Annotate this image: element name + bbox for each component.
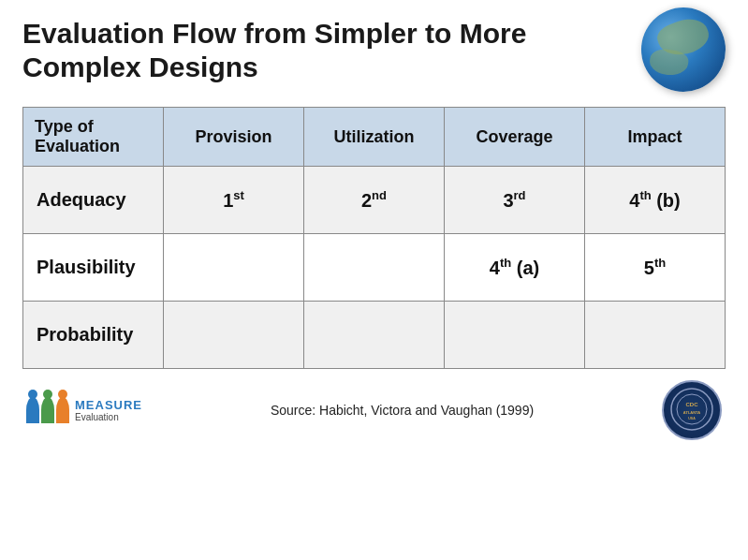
row-2-impact [585,302,726,369]
globe-graphic [641,7,726,92]
evaluation-table-wrapper: Type of Evaluation Provision Utilization… [22,107,726,369]
cdc-logo-inner: CDC ATLANTA USA [668,386,715,435]
measure-logo-text: MEASURE Evaluation [75,398,142,422]
row-1-utilization [304,234,445,302]
row-2-coverage [445,302,585,369]
col-header-provision: Provision [164,108,304,167]
col-header-coverage: Coverage [445,108,585,167]
measure-figures [26,397,69,423]
figure-3 [56,397,69,423]
svg-text:ATLANTA: ATLANTA [683,410,700,415]
row-0-impact: 4th (b) [585,167,726,234]
figure-2 [41,397,54,423]
cdc-emblem-icon: CDC ATLANTA USA [668,386,715,433]
table-row: Plausibility 4th (a) 5th [23,234,726,302]
slide-title: Evaluation Flow from Simpler to More Com… [22,17,603,84]
svg-text:CDC: CDC [686,402,699,407]
slide: Evaluation Flow from Simpler to More Com… [0,0,748,560]
footer: MEASURE Evaluation Source: Habicht, Vict… [22,380,726,440]
svg-text:USA: USA [688,417,696,420]
cdc-logo: CDC ATLANTA USA [662,380,722,440]
row-0-type: Adequacy [23,167,164,234]
measure-brand: MEASURE [75,398,142,412]
source-citation: Source: Habicht, Victora and Vaughan (19… [142,403,662,418]
col-header-type: Type of Evaluation [23,108,164,167]
row-1-impact: 5th [585,234,726,302]
svg-point-0 [671,389,712,430]
row-0-utilization: 2nd [304,167,445,234]
col-header-utilization: Utilization [304,108,445,167]
col-header-impact: Impact [585,108,726,167]
header: Evaluation Flow from Simpler to More Com… [22,17,726,92]
table-row: Probability [23,302,726,369]
figure-1 [26,397,39,423]
row-2-type: Probability [23,302,164,369]
row-2-utilization [304,302,445,369]
evaluation-table: Type of Evaluation Provision Utilization… [22,107,726,369]
row-1-type: Plausibility [23,234,164,302]
row-0-provision: 1st [164,167,304,234]
measure-logo: MEASURE Evaluation [26,397,142,423]
row-2-provision [164,302,304,369]
row-1-coverage: 4th (a) [445,234,585,302]
row-1-provision [164,234,304,302]
measure-subtitle: Evaluation [75,412,142,422]
table-header-row: Type of Evaluation Provision Utilization… [23,108,726,167]
table-row: Adequacy 1st 2nd 3rd 4th (b) [23,167,726,234]
row-0-coverage: 3rd [445,167,585,234]
